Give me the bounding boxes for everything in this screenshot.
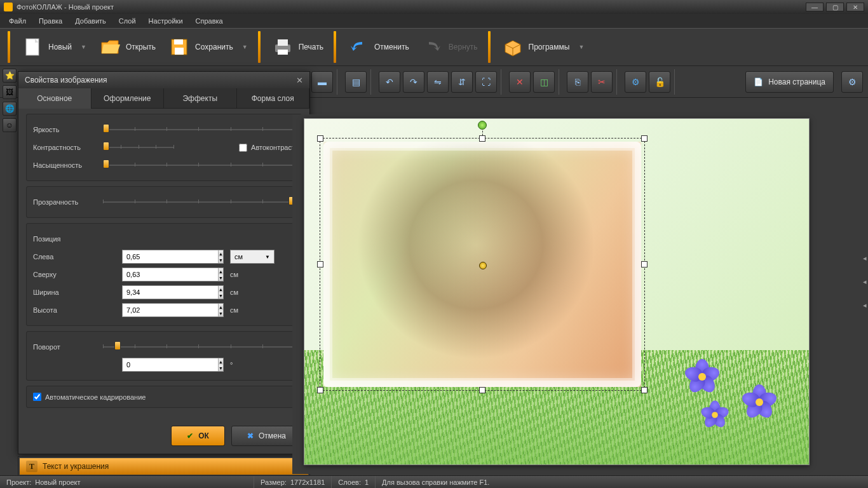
width-label: Ширина xyxy=(33,288,97,296)
rotation-handle[interactable] xyxy=(478,121,487,130)
ok-button[interactable]: ✔ ОК xyxy=(171,426,225,446)
programs-dropdown-icon[interactable]: ▼ xyxy=(578,44,584,50)
height-input[interactable]: ▲▼ xyxy=(122,303,224,317)
align-icon[interactable]: ▤ xyxy=(345,71,367,93)
menu-help[interactable]: Справка xyxy=(191,16,228,26)
picture-icon[interactable]: 🖼 xyxy=(3,85,17,99)
spin-up-icon[interactable]: ▲ xyxy=(219,268,223,274)
rotation-input[interactable]: ▲▼ xyxy=(122,358,224,372)
menu-edit[interactable]: Правка xyxy=(34,16,67,26)
saturation-slider[interactable] xyxy=(103,161,295,170)
spin-up-icon[interactable]: ▲ xyxy=(219,250,223,257)
new-dropdown-icon[interactable]: ▼ xyxy=(81,44,86,50)
delete-icon[interactable]: ✕ xyxy=(509,71,531,93)
autocrop-checkbox[interactable]: Автоматическое кадрирование xyxy=(33,393,295,401)
top-input[interactable]: ▲▼ xyxy=(122,268,224,281)
opacity-slider[interactable] xyxy=(103,198,295,207)
spin-down-icon[interactable]: ▼ xyxy=(219,310,223,316)
new-button[interactable]: Новый ▼ xyxy=(15,34,93,60)
flip-vertical-icon[interactable]: ⇵ xyxy=(451,71,473,93)
resize-handle[interactable] xyxy=(317,387,323,393)
status-bar: Проект: Новый проект Размер: 1772x1181 С… xyxy=(0,475,868,488)
minimize-button[interactable]: — xyxy=(806,3,824,11)
resize-handle[interactable] xyxy=(641,387,648,393)
spin-down-icon[interactable]: ▼ xyxy=(219,365,223,371)
left-label: Слева xyxy=(33,253,97,261)
spin-down-icon[interactable]: ▼ xyxy=(219,292,223,299)
resize-handle[interactable] xyxy=(641,135,648,142)
spin-up-icon[interactable]: ▲ xyxy=(219,286,223,292)
save-dropdown-icon[interactable]: ▼ xyxy=(242,44,248,50)
spin-down-icon[interactable]: ▼ xyxy=(219,257,223,263)
save-button[interactable]: Сохранить ▼ xyxy=(162,34,254,60)
undo-button[interactable]: Отменить xyxy=(341,34,416,60)
print-button[interactable]: Печать xyxy=(266,34,330,60)
copy-icon[interactable]: ⎘ xyxy=(567,71,588,93)
rotate-right-icon[interactable]: ↷ xyxy=(403,71,424,93)
cancel-button[interactable]: ✖ Отмена xyxy=(231,426,302,446)
toolbar-separator xyxy=(488,31,491,63)
ok-label: ОК xyxy=(198,431,209,440)
page-next-icon[interactable]: ◂ xyxy=(863,278,867,286)
smiley-icon[interactable]: ☺ xyxy=(3,118,17,132)
dialog-titlebar[interactable]: Свойства изображения ✕ xyxy=(18,72,309,88)
spin-down-icon[interactable]: ▼ xyxy=(219,274,223,281)
toolbar-separator xyxy=(258,31,261,63)
resize-handle[interactable] xyxy=(479,387,485,393)
open-button[interactable]: Открыть xyxy=(93,34,162,60)
window-title: ФотоКОЛЛАЖ - Новый проект xyxy=(17,3,114,11)
width-input[interactable]: ▲▼ xyxy=(122,285,224,299)
page-settings-icon[interactable]: ⚙ xyxy=(841,71,863,93)
new-document-icon xyxy=(22,36,43,58)
layer-back-icon[interactable]: ▬ xyxy=(311,71,333,93)
redo-button[interactable]: Вернуть xyxy=(416,34,484,60)
gear-icon[interactable]: ⚙ xyxy=(625,71,646,93)
autocontrast-checkbox[interactable]: Автоконтраст xyxy=(239,144,295,152)
contrast-slider[interactable] xyxy=(103,143,174,152)
selection-box[interactable] xyxy=(320,138,645,391)
star-icon[interactable]: ⭐ xyxy=(3,69,17,83)
rotation-unit: ° xyxy=(230,361,255,369)
menu-file[interactable]: Файл xyxy=(4,16,31,26)
lock-icon[interactable]: 🔓 xyxy=(649,71,670,93)
new-page-button[interactable]: 📄 Новая страница xyxy=(745,71,834,93)
page-prev-icon[interactable]: ◂ xyxy=(863,254,867,262)
menu-layer[interactable]: Слой xyxy=(114,16,141,26)
unit-select[interactable]: см▼ xyxy=(230,250,275,264)
dialog-close-icon[interactable]: ✕ xyxy=(296,76,303,85)
rotation-slider[interactable] xyxy=(103,342,295,351)
text-decorations-accordion[interactable]: T Текст и украшения xyxy=(20,458,308,475)
page-last-icon[interactable]: ◂ xyxy=(863,301,867,309)
undo-arrow-icon xyxy=(348,36,369,58)
tab-shape[interactable]: Форма слоя xyxy=(237,88,310,109)
cut-icon[interactable]: ✂ xyxy=(591,71,613,93)
floppy-disk-icon xyxy=(168,36,190,58)
menu-add[interactable]: Добавить xyxy=(70,16,111,26)
opacity-label: Прозрачность xyxy=(33,198,97,206)
title-bar: ФотоКОЛЛАЖ - Новый проект — ▢ ✕ xyxy=(0,0,868,14)
programs-button[interactable]: Программы ▼ xyxy=(496,34,591,60)
spin-up-icon[interactable]: ▲ xyxy=(219,304,223,310)
rotate-left-icon[interactable]: ↶ xyxy=(379,71,400,93)
globe-icon[interactable]: 🌐 xyxy=(3,102,17,116)
resize-handle[interactable] xyxy=(641,261,648,268)
tab-effects[interactable]: Эффекты xyxy=(164,88,237,109)
programs-label: Программы xyxy=(529,43,570,51)
maximize-button[interactable]: ▢ xyxy=(826,3,844,11)
resize-handle[interactable] xyxy=(479,135,485,142)
resize-handle[interactable] xyxy=(317,261,323,268)
resize-handle[interactable] xyxy=(317,135,323,142)
close-button[interactable]: ✕ xyxy=(846,3,864,11)
project-value: Новый проект xyxy=(35,478,80,486)
width-unit: см xyxy=(230,288,255,296)
collage-canvas[interactable] xyxy=(304,118,810,465)
fit-icon[interactable]: ⛶ xyxy=(475,71,497,93)
crop-icon[interactable]: ◫ xyxy=(533,71,555,93)
tab-design[interactable]: Оформление xyxy=(92,88,165,109)
brightness-slider[interactable] xyxy=(103,125,295,134)
menu-settings[interactable]: Настройки xyxy=(144,16,188,26)
flip-horizontal-icon[interactable]: ⇋ xyxy=(427,71,449,93)
tab-main[interactable]: Основное xyxy=(18,88,92,109)
spin-up-icon[interactable]: ▲ xyxy=(219,358,223,365)
left-input[interactable]: ▲▼ xyxy=(122,250,224,264)
